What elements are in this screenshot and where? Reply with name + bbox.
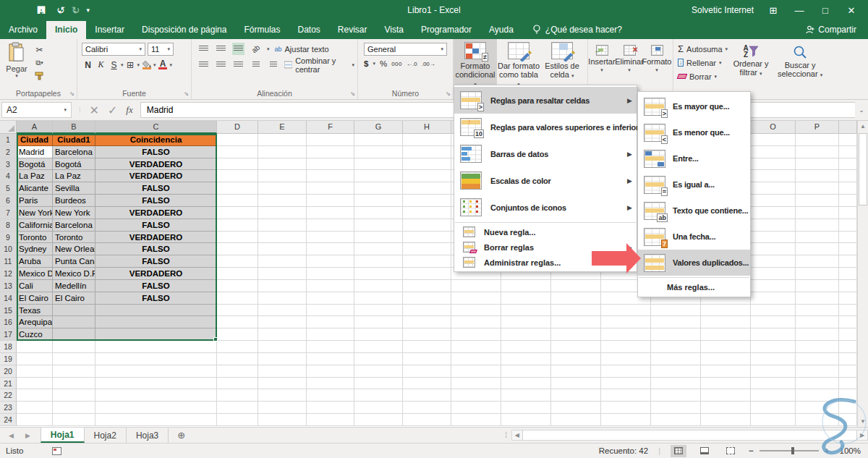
cell-D11[interactable] <box>217 255 258 268</box>
cell-E20[interactable] <box>258 365 307 378</box>
cell-K21[interactable] <box>551 378 601 390</box>
cell-E9[interactable] <box>258 232 307 244</box>
cell-O9[interactable] <box>751 232 796 244</box>
cell-F11[interactable] <box>307 255 354 268</box>
cell-F1[interactable] <box>307 134 354 146</box>
cell-B16[interactable] <box>53 316 95 328</box>
cell-G21[interactable] <box>354 378 403 390</box>
cell-N15[interactable] <box>701 305 751 317</box>
cell-24[interactable] <box>839 414 857 426</box>
cell-K17[interactable] <box>551 328 601 341</box>
cell-K22[interactable] <box>551 389 601 402</box>
cell-O2[interactable] <box>751 146 796 158</box>
cell-H11[interactable] <box>403 255 451 268</box>
percent-icon[interactable]: % <box>380 59 387 68</box>
cell-D17[interactable] <box>217 328 258 341</box>
cell-B1[interactable]: Ciudad1 <box>53 134 95 146</box>
cell-B18[interactable] <box>53 341 95 353</box>
alignment-dialog-launcher[interactable]: ⇘ <box>350 90 355 97</box>
cell-B23[interactable] <box>53 402 95 414</box>
cell-G17[interactable] <box>354 328 403 341</box>
cell-12[interactable] <box>839 268 857 280</box>
cell-A9[interactable]: Toronto <box>17 232 53 244</box>
cell-O19[interactable] <box>751 353 796 365</box>
cell-E24[interactable] <box>258 414 307 426</box>
cell-C10[interactable]: FALSO <box>95 243 217 255</box>
cell-L18[interactable] <box>601 341 651 353</box>
cell-D9[interactable] <box>217 232 258 244</box>
cell-P10[interactable] <box>796 243 839 255</box>
cell-G16[interactable] <box>354 316 403 328</box>
column-header-B[interactable]: B <box>53 121 95 134</box>
cell-P17[interactable] <box>796 328 839 341</box>
sheet-tab-hoja1[interactable]: Hoja1 <box>41 428 85 443</box>
align-middle-icon[interactable] <box>215 43 227 55</box>
cell-H24[interactable] <box>403 414 451 426</box>
cell-K18[interactable] <box>551 341 601 353</box>
cell-M24[interactable] <box>651 414 701 426</box>
align-top-icon[interactable] <box>197 43 210 55</box>
column-header-C[interactable]: C <box>95 121 217 134</box>
cell-G4[interactable] <box>354 170 403 182</box>
cell-8[interactable] <box>839 219 857 232</box>
sheet-nav-left-icon[interactable]: ◀ <box>9 432 14 439</box>
cell-D6[interactable] <box>217 195 258 207</box>
cell-G2[interactable] <box>354 146 403 158</box>
cell-G12[interactable] <box>354 268 403 280</box>
cell-F13[interactable] <box>307 280 354 292</box>
cell-P22[interactable] <box>796 389 839 402</box>
decrease-decimal-icon[interactable]: .00→ <box>422 61 435 67</box>
cell-H9[interactable] <box>403 232 451 244</box>
cell-F6[interactable] <box>307 195 354 207</box>
find-select-button[interactable]: Buscar y seleccionar ▾ <box>774 42 826 97</box>
cell-A17[interactable]: Cuzco <box>17 328 53 341</box>
orientation-icon[interactable]: ab <box>247 41 265 58</box>
orientation-dropdown[interactable]: ▾ <box>267 46 270 52</box>
menu-item-new-rule[interactable]: Nueva regla... <box>454 224 637 239</box>
cell-F12[interactable] <box>307 268 354 280</box>
cell-D5[interactable] <box>217 182 258 195</box>
fill-color-icon[interactable] <box>140 59 153 71</box>
cell-19[interactable] <box>839 353 857 365</box>
cell-M15[interactable] <box>651 305 701 317</box>
cell-B8[interactable]: Barcelona <box>53 219 95 232</box>
cell-D19[interactable] <box>217 353 258 365</box>
cell-H13[interactable] <box>403 280 451 292</box>
cell-F10[interactable] <box>307 243 354 255</box>
cell-15[interactable] <box>839 305 857 317</box>
cell-H19[interactable] <box>403 353 451 365</box>
cell-J22[interactable] <box>501 389 551 402</box>
cell-G6[interactable] <box>354 195 403 207</box>
sheet-tab-hoja2[interactable]: Hoja2 <box>85 428 127 443</box>
align-center-icon[interactable] <box>215 59 227 71</box>
cell-A20[interactable] <box>17 365 53 378</box>
fill-button[interactable]: ↓ Rellenar▾ <box>678 56 728 69</box>
cell-C6[interactable]: FALSO <box>95 195 217 207</box>
cell-F3[interactable] <box>307 158 354 171</box>
row-header-1[interactable]: 1 <box>0 134 17 146</box>
cell-H18[interactable] <box>403 341 451 353</box>
cell-A23[interactable] <box>17 402 53 414</box>
cell-O11[interactable] <box>751 255 796 268</box>
cell-C16[interactable] <box>95 316 217 328</box>
cell-F22[interactable] <box>307 389 354 402</box>
cell-B20[interactable] <box>53 365 95 378</box>
cell-E2[interactable] <box>258 146 307 158</box>
sheet-nav-right-icon[interactable]: ▶ <box>25 432 30 439</box>
cell-O16[interactable] <box>751 316 796 328</box>
cell-O10[interactable] <box>751 243 796 255</box>
expand-formula-bar-icon[interactable]: ⌄ <box>855 106 868 114</box>
cell-G20[interactable] <box>354 365 403 378</box>
cell-C21[interactable] <box>95 378 217 390</box>
column-header-P[interactable]: P <box>796 121 839 134</box>
cell-16[interactable] <box>839 316 857 328</box>
cell-E6[interactable] <box>258 195 307 207</box>
cell-F7[interactable] <box>307 207 354 219</box>
cell-G19[interactable] <box>354 353 403 365</box>
cell-M22[interactable] <box>651 389 701 402</box>
cell-F14[interactable] <box>307 292 354 305</box>
clear-button[interactable]: Borrar▾ <box>678 69 728 83</box>
cell-E22[interactable] <box>258 389 307 402</box>
cell-G3[interactable] <box>354 158 403 171</box>
cell-D15[interactable] <box>217 305 258 317</box>
